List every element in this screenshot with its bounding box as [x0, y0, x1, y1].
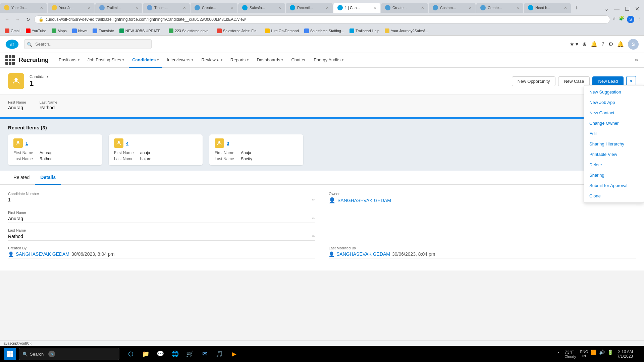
new-case-button[interactable]: New Case	[558, 76, 590, 86]
dropdown-item-sharing[interactable]: Sharing	[584, 170, 644, 180]
tab-close[interactable]: ×	[88, 5, 91, 10]
bookmark-223sf[interactable]: 223 Salesforce deve...	[167, 28, 213, 34]
back-button[interactable]: ←	[3, 16, 11, 23]
tab-close[interactable]: ×	[421, 5, 424, 10]
tab-close[interactable]: ×	[136, 5, 138, 10]
app-launcher-button[interactable]	[5, 55, 15, 65]
created-by-link[interactable]: SANGHASEVAK GEDAM	[16, 251, 69, 257]
bookmark-translate[interactable]: Translate	[91, 28, 116, 34]
setup-icon[interactable]: ⊕	[582, 41, 587, 47]
tab-close[interactable]: ×	[278, 5, 281, 10]
dropdown-item-printable-view[interactable]: Printable View	[584, 149, 644, 160]
dropdown-item-sharing-hierarchy[interactable]: Sharing Hierarchy	[584, 139, 644, 149]
bookmark-gmail[interactable]: Gmail	[3, 28, 22, 34]
taskbar-clock[interactable]: 2:13 AM 7/1/2023	[617, 349, 633, 359]
nav-item-interviewers[interactable]: Interviewers ▾	[163, 53, 197, 68]
tab-1[interactable]: Your Jo... ×	[0, 3, 47, 13]
tab-5[interactable]: Create... ×	[191, 3, 237, 13]
tab-8-active[interactable]: 1 | Can... ×	[333, 3, 380, 13]
notifications-icon[interactable]: 🔔	[591, 41, 597, 47]
taskbar-up-arrow[interactable]: ⌃	[556, 351, 560, 357]
volume-icon[interactable]: 🔊	[599, 350, 605, 358]
nav-item-chatter[interactable]: Chatter	[288, 53, 309, 68]
bookmark-trailhead[interactable]: Trailhead Help	[347, 28, 381, 34]
bell-icon[interactable]: 🔔	[617, 41, 624, 47]
bookmark-jobs[interactable]: NEW JOBS UPDATE...	[117, 28, 165, 34]
dropdown-item-clone[interactable]: Clone	[584, 191, 644, 201]
tab-close[interactable]: ×	[183, 5, 186, 10]
edit-last-name-icon[interactable]: ✏	[312, 234, 315, 239]
tab-7[interactable]: Recentl... ×	[286, 3, 333, 13]
tab-4[interactable]: Trailmi... ×	[143, 3, 190, 13]
bookmark-staffing[interactable]: Salesforce Staffing...	[302, 28, 346, 34]
nav-item-reports[interactable]: Reports ▾	[227, 53, 252, 68]
search-input[interactable]	[24, 39, 152, 49]
bookmark-sf-jobs[interactable]: Salesforce Jobs: Fin...	[215, 28, 262, 34]
tab-12[interactable]: Need h... ×	[524, 3, 571, 13]
tab-close[interactable]: ×	[517, 5, 519, 10]
edit-candidate-number-icon[interactable]: ✏	[312, 197, 315, 202]
tab-close[interactable]: ×	[40, 5, 43, 10]
nav-item-dashboards[interactable]: Dashboards ▾	[253, 53, 286, 68]
new-opportunity-button[interactable]: New Opportunity	[512, 76, 556, 86]
bookmark-hire[interactable]: Hire On-Demand	[263, 28, 301, 34]
taskbar-icon-edge[interactable]: 🌐	[169, 348, 181, 360]
tab-close[interactable]: ×	[469, 5, 472, 10]
new-tab-button[interactable]: +	[572, 3, 581, 13]
bookmark-maps[interactable]: Maps	[50, 28, 69, 34]
tab-2[interactable]: Your Jo... ×	[48, 3, 95, 13]
dropdown-item-submit-approval[interactable]: Submit for Approval	[584, 180, 644, 191]
tab-11[interactable]: Create... ×	[476, 3, 523, 13]
gear-icon[interactable]: ⚙	[608, 41, 613, 47]
extension-icon[interactable]: 🧩	[619, 16, 624, 23]
tab-close[interactable]: ×	[326, 5, 329, 10]
favorites-icon[interactable]: ★ ▾	[570, 41, 578, 47]
minimize-button[interactable]: —	[612, 5, 622, 13]
nav-item-candidates[interactable]: Candidates ▾	[129, 53, 162, 68]
maximize-button[interactable]: ☐	[623, 5, 632, 13]
recent-card-num[interactable]: 3	[227, 141, 229, 146]
start-button[interactable]	[4, 348, 16, 360]
edit-first-name-icon[interactable]: ✏	[312, 216, 315, 221]
close-window-button[interactable]: ✕	[633, 5, 641, 13]
profile-icon[interactable]: S	[627, 16, 634, 23]
nav-edit-icon[interactable]: ✏	[635, 58, 639, 63]
bookmark-youtube[interactable]: YouTube	[24, 28, 48, 34]
reload-button[interactable]: ↻	[24, 16, 32, 23]
tab-3[interactable]: Trailmi... ×	[95, 3, 142, 13]
address-bar[interactable]: 🔒 curious-wolf-d45sr9-dev-ed.trailblaze.…	[34, 15, 610, 23]
nav-item-energy-audits[interactable]: Energy Audits ▾	[310, 53, 347, 68]
taskbar-icon-media[interactable]: 🎵	[213, 348, 225, 360]
bookmark-star-icon[interactable]: ☆	[612, 16, 616, 23]
more-options-icon[interactable]: ⋮	[637, 16, 641, 23]
dropdown-item-new-contact[interactable]: New Contact	[584, 108, 644, 118]
taskbar-icon-browser[interactable]: ⬡	[125, 348, 137, 360]
modified-by-link[interactable]: SANGHASEVAK GEDAM	[336, 251, 390, 257]
dropdown-item-new-job-app[interactable]: New Job App	[584, 97, 644, 108]
dropdown-item-change-owner[interactable]: Change Owner	[584, 118, 644, 128]
taskbar-icon-mail[interactable]: ✉	[199, 348, 211, 360]
taskbar-icon-teams[interactable]: 💬	[154, 348, 166, 360]
owner-link[interactable]: SANGHASEVAK GEDAM	[337, 198, 391, 203]
user-avatar[interactable]: S	[628, 39, 639, 50]
battery-icon[interactable]: 🔋	[607, 350, 613, 358]
new-lead-button[interactable]: New Lead	[592, 76, 624, 86]
nav-item-positions[interactable]: Positions ▾	[55, 53, 83, 68]
dropdown-item-new-suggestion[interactable]: New Suggestion	[584, 87, 644, 97]
tab-9[interactable]: Create... ×	[381, 3, 428, 13]
bookmark-journey[interactable]: Your Journey2Salesf...	[383, 28, 430, 34]
bookmark-news[interactable]: News	[70, 28, 90, 34]
actions-dropdown-button[interactable]: ▾	[626, 76, 636, 86]
tab-close[interactable]: ×	[231, 5, 233, 10]
tab-overflow-button[interactable]: ⌄	[602, 5, 611, 13]
help-icon[interactable]: ?	[601, 41, 604, 47]
tab-details[interactable]: Details	[35, 171, 61, 185]
tab-close[interactable]: ×	[374, 5, 376, 10]
salesforce-logo[interactable]: sf	[5, 38, 19, 51]
tab-close[interactable]: ×	[564, 5, 567, 10]
wifi-icon[interactable]: 📶	[591, 350, 596, 358]
forward-button[interactable]: →	[13, 16, 22, 23]
taskbar-icon-file-explorer[interactable]: 📁	[140, 348, 152, 360]
taskbar-search-bar[interactable]: 🔍 Search b	[19, 348, 119, 360]
tab-6[interactable]: Salesfo... ×	[238, 3, 285, 13]
